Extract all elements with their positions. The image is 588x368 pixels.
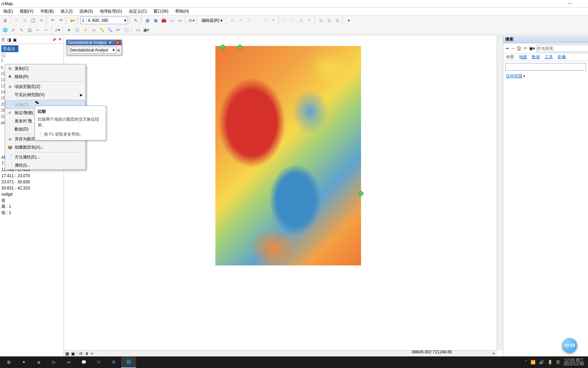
geostat-combo[interactable]: Geostatistical Analyst▾ — [68, 47, 116, 53]
refresh-icon[interactable]: ⟳ — [79, 351, 83, 356]
catalog-icon[interactable]: 🗀▾ — [188, 17, 195, 24]
scroll-right-icon[interactable]: > — [492, 351, 495, 356]
toolbox-icon[interactable]: 🧰 — [160, 17, 167, 24]
menu-select[interactable]: 选择(S) — [77, 8, 96, 15]
edge-icon[interactable]: ◉ — [31, 356, 46, 368]
point-icon[interactable]: ✦ — [270, 17, 277, 24]
minimize-button[interactable]: — — [562, 0, 578, 7]
menu-customize[interactable]: 自定义(C) — [126, 8, 150, 15]
search-tab-tools[interactable]: 工具 — [545, 54, 553, 60]
measure-icon[interactable]: 📏 — [98, 26, 105, 34]
vertical-scrollbar[interactable] — [497, 36, 503, 350]
menu-view[interactable]: 视图(V) — [17, 8, 36, 15]
sketch-icon[interactable]: ▥ — [325, 17, 333, 24]
search-tab-data[interactable]: 数据 — [532, 54, 540, 60]
close-button[interactable] — [578, 0, 588, 7]
time-slider-icon[interactable]: 🕘 — [122, 26, 130, 34]
target-icon[interactable]: ▦ — [333, 17, 341, 24]
menu-geoprocessing[interactable]: 地理处理(G) — [97, 8, 125, 15]
ctx-zoom-to-layer[interactable]: ◆缩放至图层(Z) — [5, 82, 85, 91]
line-icon[interactable]: ╱ — [245, 17, 252, 24]
start-button[interactable]: ⊞ — [1, 356, 16, 368]
overview-icon[interactable]: ▣▾ — [142, 26, 150, 34]
prev-extent-icon[interactable]: ⬅ — [34, 26, 42, 34]
ctx-visible-scale[interactable]: 可见比例范围(V)▶ — [5, 91, 85, 99]
arc-icon[interactable]: ⌒ — [253, 17, 261, 24]
toc-tab-visibility[interactable]: ▣ — [13, 37, 17, 42]
settings-icon[interactable]: ⚙ — [106, 356, 121, 368]
forward-icon[interactable]: ➡ — [511, 45, 515, 52]
pin-icon[interactable]: 📌 — [52, 38, 56, 42]
identify-icon[interactable]: ⓘ — [74, 26, 81, 34]
ctx-remove[interactable]: ✖移除(R) — [5, 73, 85, 81]
toc-selected-layer[interactable]: 里金法 — [1, 45, 18, 52]
undo-icon[interactable]: ↶ — [49, 17, 56, 24]
arcmap-taskbar-icon[interactable]: 🌐 — [121, 356, 136, 368]
menu-bookmarks[interactable]: 书签(B) — [37, 8, 56, 15]
scroll-left-icon[interactable]: < — [91, 351, 93, 356]
floating-timer-bubble[interactable]: 03:58 — [562, 338, 577, 353]
print-icon[interactable]: 🖨 — [1, 17, 9, 24]
tray-ime[interactable]: 英 — [556, 359, 560, 365]
globe-icon[interactable]: 🌐 — [1, 26, 9, 34]
toc-tab-source[interactable]: ◨ — [7, 37, 11, 42]
menu-insert[interactable]: 插入(I) — [58, 8, 75, 15]
refresh-search-icon[interactable]: ⟳ — [523, 45, 527, 52]
ctx-method-props[interactable]: 📄方法属性(E)... — [5, 153, 85, 161]
geostat-toolbar[interactable]: Geostatistical Analyst ▾ × Geostatistica… — [66, 40, 122, 55]
search-tab-all[interactable]: 全部 — [506, 54, 514, 60]
search-tab-images[interactable]: 影像 — [558, 54, 566, 60]
app-copilot-icon[interactable]: ✦ — [16, 356, 31, 368]
edit-arc-icon[interactable]: ↗ — [237, 17, 244, 24]
tray-wifi-icon[interactable]: 📶 — [530, 360, 536, 365]
back-icon[interactable]: ⬅ — [505, 45, 509, 52]
select-cursor-icon[interactable]: ⬀▾ — [54, 26, 61, 34]
editor-toolbar-icon[interactable]: ✎ — [132, 17, 140, 24]
vs-icon[interactable]: ⋈ — [61, 356, 76, 368]
redo-icon[interactable]: ↷ — [57, 17, 65, 24]
edit-vertices-icon[interactable]: ▱ — [281, 17, 289, 24]
xy-icon[interactable]: XY — [114, 26, 122, 34]
delete-icon[interactable]: ✖ — [37, 17, 45, 24]
hyperlink-icon[interactable]: ⚡ — [82, 26, 89, 34]
cut-poly-icon[interactable]: ⊟ — [297, 17, 305, 24]
search-options-icon[interactable]: ▣▾ — [529, 45, 535, 52]
table-icon[interactable]: ▦ — [144, 17, 151, 24]
python-icon[interactable]: ▭ — [168, 17, 176, 24]
ctx-create-package[interactable]: 📦创建图层包(A)... — [5, 143, 85, 151]
viewer-icon[interactable]: ▭ — [134, 26, 142, 34]
scale-combo[interactable]: 1 : 4, 800, 380▾ — [80, 17, 128, 24]
html-popup-icon[interactable]: ▭ — [90, 26, 97, 34]
reshape-icon[interactable]: ▱ — [289, 17, 297, 24]
tray-battery-icon[interactable]: 🔋 — [548, 360, 553, 365]
search-query-input[interactable] — [505, 63, 586, 71]
toc-tab-list[interactable]: ☷ — [1, 37, 5, 42]
pause-icon[interactable]: ⏸ — [85, 351, 89, 356]
rotate-icon[interactable]: ⟳ — [306, 17, 313, 24]
fixed-zoom-in-icon[interactable]: ◱ — [26, 26, 33, 34]
map-canvas[interactable] — [64, 36, 503, 350]
copy-icon[interactable]: ⧉ — [21, 17, 29, 24]
pointer-icon[interactable]: ➤ — [65, 26, 73, 34]
geostat-wizard-icon[interactable]: ◈ — [117, 48, 120, 52]
next-extent-icon[interactable]: ➡ — [42, 26, 50, 34]
home-icon[interactable]: 🏠 — [516, 45, 522, 52]
explorer-icon[interactable]: 🗀 — [46, 356, 61, 368]
menu-edit[interactable]: 辑(E) — [1, 8, 16, 15]
search-scope[interactable]: 任何范围 — [506, 74, 522, 78]
close-toc-icon[interactable]: ✕ — [59, 37, 62, 42]
tray-up-icon[interactable]: ˄ — [525, 360, 527, 365]
zoom-out-icon[interactable]: ⤡ — [18, 26, 25, 34]
layout-view-icon[interactable]: ▣ — [71, 351, 75, 356]
options-icon[interactable]: ▾ — [345, 17, 353, 24]
modelbuilder-icon[interactable]: ▭ — [176, 17, 184, 24]
find-icon[interactable]: 🔍 — [106, 26, 114, 34]
window-icon[interactable]: ▣ — [152, 17, 159, 24]
wps-icon[interactable]: W — [91, 356, 106, 368]
paste-icon[interactable]: 📋 — [29, 17, 37, 24]
add-data-icon[interactable]: ◆▾ — [69, 17, 76, 24]
tray-sound-icon[interactable]: 🔊 — [539, 360, 544, 365]
menu-window[interactable]: 窗口(W) — [151, 8, 171, 15]
search-input[interactable] — [537, 45, 588, 52]
edit-tool-icon[interactable]: ▸ — [229, 17, 236, 24]
